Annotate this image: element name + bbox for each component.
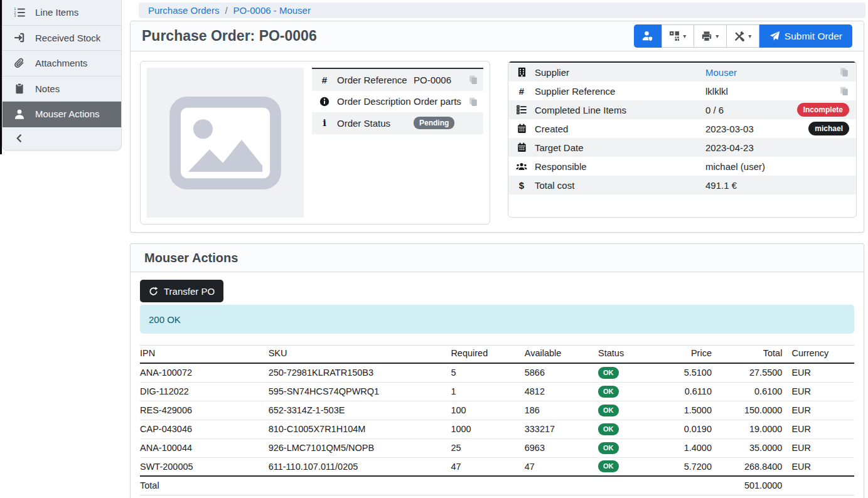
breadcrumb-separator: /: [225, 5, 227, 16]
chevron-left-icon: [14, 134, 24, 143]
submit-order-label: Submit Order: [785, 31, 842, 42]
ok-status-badge: OK: [598, 405, 619, 416]
breadcrumb: Purchase Orders / PO-0006 - Mouser: [139, 3, 865, 18]
ok-status-badge: OK: [598, 386, 619, 398]
sidebar-item-label: Notes: [35, 83, 60, 94]
users-icon: [508, 162, 535, 171]
sign-in-icon: [13, 32, 26, 43]
hash-icon: #: [312, 75, 337, 85]
submit-order-button[interactable]: Submit Order: [759, 24, 852, 48]
purchase-order-panel-header: Purchase Order: PO-0006 ▾ ▾: [131, 21, 864, 51]
breadcrumb-link-purchase-orders[interactable]: Purchase Orders: [148, 5, 219, 16]
order-details-box: # Order Reference PO-0006 Order Descript…: [140, 61, 490, 225]
ok-status-badge: OK: [598, 367, 619, 379]
part-thumbnail[interactable]: [147, 68, 304, 218]
detail-row-completed-line-items: Completed Line Items 0 / 6 Incomplete: [508, 100, 856, 119]
sidebar-item-label: Line Items: [35, 7, 78, 18]
table-row: DIG-112022 595-SN74HCS74QPWRQ1 1 4812 OK…: [140, 382, 854, 401]
detail-row-created: Created 2023-03-03 michael: [508, 119, 856, 138]
list-ol-icon: 123: [13, 7, 26, 18]
copy-icon[interactable]: [839, 67, 856, 77]
line-items-table: IPN SKU Required Available Status Price …: [140, 345, 854, 495]
transfer-po-button[interactable]: Transfer PO: [140, 280, 223, 302]
order-details-table: # Order Reference PO-0006 Order Descript…: [312, 68, 483, 134]
transfer-po-label: Transfer PO: [164, 286, 215, 297]
detail-row-responsible: Responsible michael (user): [508, 157, 856, 176]
col-sku: SKU: [269, 346, 451, 364]
col-available: Available: [525, 346, 598, 364]
print-menu-button[interactable]: ▾: [694, 24, 727, 48]
info-icon: i: [312, 117, 337, 129]
caret-down-icon: ▾: [715, 33, 719, 40]
calendar-icon: [508, 124, 535, 134]
status-badge: Pending: [414, 117, 454, 129]
detail-row-order-status: i Order Status Pending: [312, 112, 483, 134]
detail-row-target-date: Target Date 2023-04-23: [508, 138, 856, 157]
copy-icon[interactable]: [839, 86, 856, 96]
col-price: Price: [655, 346, 712, 364]
col-ipn: IPN: [140, 346, 269, 364]
barcode-menu-button[interactable]: ▾: [662, 24, 694, 48]
ok-status-badge: OK: [598, 423, 619, 435]
sidebar-item-notes[interactable]: Notes: [3, 77, 121, 102]
supplier-link[interactable]: Mouser: [705, 67, 737, 78]
qrcode-icon: [669, 31, 680, 41]
printer-icon: [701, 31, 712, 42]
supplier-details-box: Supplier Mouser # Supplier Reference lkl…: [508, 61, 857, 218]
sidebar-item-received-stock[interactable]: Received Stock: [3, 26, 121, 51]
rotate-right-icon: [149, 287, 158, 296]
table-row: CAP-043046 810-C1005X7R1H104M 1000 33321…: [140, 420, 854, 438]
dollar-icon: $: [508, 180, 535, 191]
table-row: SWT-200005 611-110.107.011/0205 47 47 OK…: [140, 457, 854, 476]
tools-icon: [734, 31, 745, 42]
ok-status-badge: OK: [598, 442, 619, 454]
footer-total-value: 501.0000: [712, 476, 782, 495]
sidebar-item-label: Mouser Actions: [35, 109, 100, 119]
hash-icon: #: [508, 86, 535, 97]
sidebar-item-line-items[interactable]: 123 Line Items: [3, 0, 121, 26]
incomplete-badge: Incomplete: [797, 103, 849, 117]
sidebar-collapse-button[interactable]: [3, 127, 121, 150]
copy-icon[interactable]: [468, 97, 483, 107]
col-status: Status: [598, 346, 654, 364]
mouser-actions-panel: Mouser Actions Transfer PO 200 OK IPN SK…: [130, 243, 864, 498]
table-row: ANA-100072 250-72981KLRATR150B3 5 5866 O…: [140, 363, 854, 382]
image-placeholder-icon: [169, 97, 281, 189]
order-actions-button[interactable]: ▾: [727, 24, 759, 48]
sidebar-item-mouser-actions[interactable]: Mouser Actions: [3, 102, 121, 127]
paperclip-icon: [13, 58, 26, 69]
response-alert: 200 OK: [140, 305, 854, 334]
order-toolbar: ▾ ▾ ▾ Submit Order: [634, 24, 852, 48]
sidebar-item-attachments[interactable]: Attachments: [3, 51, 121, 77]
col-currency: Currency: [782, 346, 854, 364]
detail-row-total-cost: $ Total cost 491.1 €: [508, 176, 856, 194]
col-total: Total: [712, 346, 782, 364]
mouser-actions-header: Mouser Actions: [131, 244, 864, 272]
mouser-actions-body: Transfer PO 200 OK IPN SKU Required Avai…: [131, 272, 864, 495]
supplier-details-table: Supplier Mouser # Supplier Reference lkl…: [508, 61, 856, 194]
caret-down-icon: ▾: [683, 33, 686, 40]
svg-text:3: 3: [14, 14, 16, 18]
detail-row-order-reference: # Order Reference PO-0006: [312, 69, 483, 91]
calendar-icon: [508, 142, 535, 152]
col-required: Required: [451, 346, 524, 364]
breadcrumb-link-current[interactable]: PO-0006 - Mouser: [233, 5, 311, 16]
user-roles-button[interactable]: [634, 24, 662, 48]
table-row: RES-429006 652-3314Z-1-503E 100 186 OK 1…: [140, 401, 854, 420]
mouser-actions-title: Mouser Actions: [144, 251, 238, 265]
table-header-row: IPN SKU Required Available Status Price …: [140, 346, 854, 364]
user-badge: michael: [808, 122, 849, 135]
table-row: ANA-100044 926-LMC7101QM5/NOPB 25 6963 O…: [140, 438, 854, 457]
paper-plane-icon: [769, 31, 780, 41]
user-shield-icon: [641, 30, 653, 42]
list-check-icon: [508, 105, 535, 115]
sidebar-item-label: Received Stock: [35, 33, 100, 43]
detail-row-order-description: Order Description Order parts: [312, 91, 483, 113]
copy-icon[interactable]: [468, 75, 483, 85]
sidebar-item-label: Attachments: [35, 58, 87, 68]
detail-row-supplier: Supplier Mouser: [508, 63, 856, 82]
caret-down-icon: ▾: [748, 33, 751, 40]
building-icon: [508, 67, 535, 77]
ok-status-badge: OK: [598, 460, 619, 472]
purchase-order-panel: Purchase Order: PO-0006 ▾ ▾: [130, 21, 864, 233]
